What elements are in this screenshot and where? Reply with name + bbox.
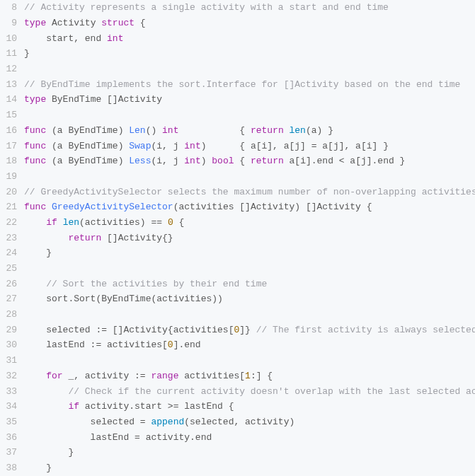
line-number: 18 [0, 153, 24, 168]
code-line[interactable]: 23 return []Activity{} [0, 230, 475, 245]
line-number: 19 [0, 169, 24, 184]
code-line[interactable]: 9type Activity struct { [0, 16, 475, 31]
code-line[interactable]: 12 [0, 62, 475, 77]
token-comment: // ByEndTime implements the sort.Interfa… [24, 79, 460, 90]
token-builtin: append [151, 417, 184, 427]
token-punct: { [173, 217, 185, 228]
code-line[interactable]: 8// Activity represents a single activit… [0, 0, 475, 16]
code-line[interactable]: 21func GreedyActivitySelector(activities… [0, 199, 475, 215]
token-kw: func [24, 141, 46, 151]
token-func-name: Swap [129, 141, 151, 151]
token-punct: lastEnd := activities[ [24, 339, 168, 350]
code-content[interactable]: if activity.start >= lastEnd { [24, 399, 234, 414]
code-content[interactable]: lastEnd = activity.end [24, 430, 212, 445]
token-punct: } [24, 248, 52, 258]
code-content[interactable]: } [24, 46, 30, 61]
code-line[interactable]: 24 } [0, 245, 475, 261]
token-return-kw: return [251, 156, 284, 166]
code-editor[interactable]: 8// Activity represents a single activit… [0, 0, 475, 475]
token-punct: (a ByEndTime) [46, 125, 129, 136]
code-line[interactable]: 34 if activity.start >= lastEnd { [0, 399, 475, 414]
code-content[interactable]: selected = append(selected, activity) [24, 414, 294, 429]
code-line[interactable]: 35 selected = append(selected, activity) [0, 414, 475, 430]
token-comment: // Check if the current activity doesn't… [68, 386, 475, 397]
token-punct [24, 279, 46, 289]
code-content[interactable]: func (a ByEndTime) Len() int { return le… [24, 123, 333, 138]
code-line[interactable]: 28 [0, 307, 475, 323]
token-punct: { [178, 125, 250, 136]
token-bool-kw: bool [212, 156, 234, 166]
code-content[interactable]: // GreedyActivitySelector selects the ma… [24, 185, 475, 199]
code-content[interactable]: return []Activity{} [24, 231, 173, 245]
token-punct: (activities []Activity) []Activity { [173, 202, 372, 212]
code-content[interactable]: sort.Sort(ByEndTime(activities)) [24, 291, 223, 306]
code-line[interactable]: 14type ByEndTime []Activity [0, 92, 475, 108]
token-punct [24, 401, 68, 412]
token-ident: ByEndTime []Activity [46, 94, 162, 105]
code-line[interactable]: 36 lastEnd = activity.end [0, 429, 475, 445]
code-content[interactable]: if len(activities) == 0 { [24, 215, 184, 230]
code-content[interactable]: // ByEndTime implements the sort.Interfa… [24, 77, 460, 92]
code-line[interactable]: 27 sort.Sort(ByEndTime(activities)) [0, 291, 475, 307]
token-punct: lastEnd = activity.end [24, 432, 212, 443]
token-kw: if [68, 401, 79, 412]
code-content[interactable]: func GreedyActivitySelector(activities [… [24, 199, 372, 214]
code-content[interactable]: func (a ByEndTime) Swap(i, j int) { a[i]… [24, 139, 389, 153]
code-content[interactable]: type Activity struct { [24, 16, 146, 30]
code-line[interactable]: 16func (a ByEndTime) Len() int { return … [0, 123, 475, 139]
line-number: 23 [0, 231, 24, 245]
code-content[interactable]: for _, activity := range activities[1:] … [24, 368, 273, 383]
code-line[interactable]: 32 for _, activity := range activities[1… [0, 368, 475, 384]
token-punct: selected := []Activity{activities[ [24, 325, 234, 335]
token-ident: start, end [24, 33, 107, 44]
code-line[interactable]: 25 [0, 261, 475, 277]
code-line[interactable]: 26 // Sort the activities by their end t… [0, 276, 475, 291]
token-punct: selected = [24, 417, 151, 427]
code-content[interactable]: start, end int [24, 31, 123, 46]
code-content[interactable]: } [24, 460, 52, 475]
code-line[interactable]: 18func (a ByEndTime) Less(i, j int) bool… [0, 153, 475, 169]
token-punct: ].end [173, 339, 201, 350]
code-content[interactable]: func (a ByEndTime) Less(i, j int) bool {… [24, 153, 405, 168]
code-content[interactable]: // Sort the activities by their end time [24, 277, 267, 291]
token-func-name: GreedyActivitySelector [52, 202, 173, 212]
code-line[interactable]: 19 [0, 169, 475, 185]
token-punct: ]} [239, 325, 256, 335]
token-punct: { [135, 18, 146, 28]
token-num: 1 [245, 371, 251, 381]
line-number: 26 [0, 277, 24, 291]
line-number: 31 [0, 353, 24, 368]
token-punct: ) [201, 156, 212, 166]
code-line[interactable]: 13// ByEndTime implements the sort.Inter… [0, 76, 475, 92]
code-line[interactable]: 30 lastEnd := activities[0].end [0, 337, 475, 353]
code-content[interactable]: // Activity represents a single activity… [24, 0, 389, 15]
code-content[interactable]: lastEnd := activities[0].end [24, 337, 201, 352]
token-punct [57, 217, 63, 228]
token-kw: func [24, 202, 46, 212]
code-line[interactable]: 33 // Check if the current activity does… [0, 383, 475, 399]
line-number: 33 [0, 384, 24, 399]
code-content[interactable]: type ByEndTime []Activity [24, 92, 162, 107]
token-punct [24, 371, 46, 381]
code-content[interactable]: } [24, 445, 74, 460]
token-punct: (a ByEndTime) [46, 141, 129, 151]
code-content[interactable]: } [24, 245, 52, 260]
code-line[interactable]: 15 [0, 108, 475, 123]
code-line[interactable]: 31 [0, 353, 475, 368]
line-number: 15 [0, 108, 24, 122]
code-line[interactable]: 11} [0, 46, 475, 62]
code-content[interactable]: // Check if the current activity doesn't… [24, 384, 475, 399]
code-line[interactable]: 17func (a ByEndTime) Swap(i, j int) { a[… [0, 138, 475, 153]
code-line[interactable]: 37 } [0, 445, 475, 460]
code-line[interactable]: 22 if len(activities) == 0 { [0, 215, 475, 231]
code-content[interactable]: selected := []Activity{activities[0]} //… [24, 323, 475, 337]
line-number: 30 [0, 337, 24, 352]
code-line[interactable]: 29 selected := []Activity{activities[0]}… [0, 322, 475, 337]
token-punct [284, 125, 290, 136]
code-line[interactable]: 20// GreedyActivitySelector selects the … [0, 184, 475, 199]
line-number: 38 [0, 460, 24, 475]
line-number: 20 [0, 185, 24, 199]
code-line[interactable]: 10 start, end int [0, 30, 475, 46]
line-number: 17 [0, 139, 24, 153]
code-line[interactable]: 38 } [0, 460, 475, 476]
